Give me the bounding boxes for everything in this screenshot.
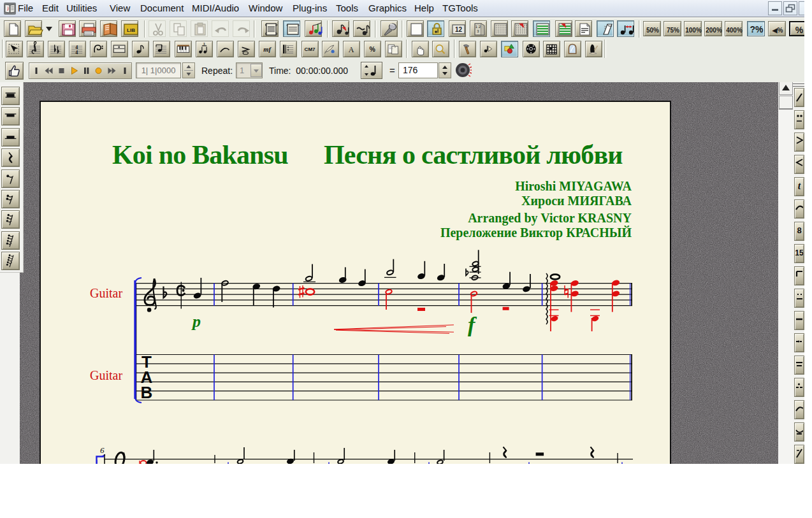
svg-text:8: 8 [797, 226, 801, 235]
svg-text:B: B [141, 383, 153, 402]
svg-text:%: % [795, 25, 804, 35]
svg-text:f: f [468, 313, 477, 336]
svg-text:1 2: 1 2 [475, 25, 481, 29]
svg-text:400%: 400% [726, 27, 743, 34]
svg-text:200%: 200% [706, 27, 722, 34]
svg-text:CM7: CM7 [305, 47, 316, 52]
svg-text:12: 12 [455, 26, 463, 33]
svg-text:◀%: ◀% [772, 27, 783, 34]
svg-text:A: A [349, 45, 354, 54]
svg-text:Koi no Bakansu: Koi no Bakansu [112, 140, 288, 169]
svg-text:%: % [369, 46, 375, 53]
svg-text:Guitar: Guitar [90, 286, 122, 300]
svg-text:t: t [798, 180, 801, 191]
svg-text:Переложение Виктор КРАСНЫЙ: Переложение Виктор КРАСНЫЙ [440, 226, 632, 240]
svg-text:Arranged by Victor KRASNY: Arranged by Victor KRASNY [468, 211, 632, 226]
svg-text:75%: 75% [667, 27, 679, 34]
svg-text:50%: 50% [646, 27, 659, 34]
svg-text:3: 3 [203, 42, 205, 46]
svg-text:Песня о састливой любви: Песня о састливой любви [324, 140, 623, 169]
svg-text:Хироси МИЯГАВА: Хироси МИЯГАВА [521, 194, 632, 208]
svg-text:Guitar: Guitar [90, 368, 122, 382]
svg-text:15: 15 [795, 248, 803, 257]
svg-text:Hiroshi MIYAGAWA: Hiroshi MIYAGAWA [515, 179, 632, 193]
svg-text:4: 4 [75, 50, 78, 55]
svg-text:LIB: LIB [127, 27, 135, 33]
svg-text:6: 6 [100, 445, 105, 455]
svg-text:100%: 100% [685, 27, 702, 34]
svg-text:p: p [191, 312, 201, 331]
svg-text:?%: ?% [750, 24, 764, 34]
svg-text:mf: mf [263, 46, 272, 53]
